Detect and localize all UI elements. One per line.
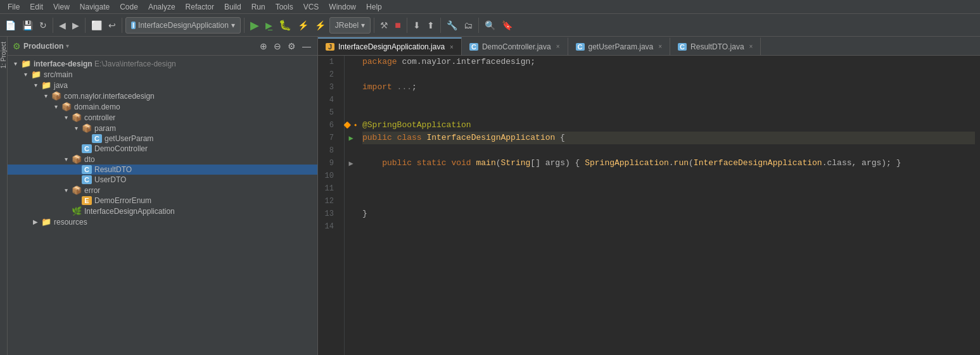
menu-tools[interactable]: Tools <box>270 1 298 13</box>
tree-node-UserDTO[interactable]: C UserDTO <box>8 175 317 185</box>
sync-btn[interactable]: ↻ <box>37 19 49 32</box>
menu-analyze[interactable]: Analyze <box>143 1 181 13</box>
tree-node-domain-demo[interactable]: ▾ 📦 domain.demo <box>8 101 317 112</box>
menu-window[interactable]: Window <box>324 1 361 13</box>
type-name: InterfaceDesignApplication <box>694 157 822 170</box>
tree-label: ResultDTO <box>94 165 132 174</box>
collapse-btn[interactable]: ⊖ <box>272 40 283 53</box>
toolbar: 📄 💾 ↻ ◀ ▶ ⬜ ↩ I InterfaceDesignApplicati… <box>0 14 980 37</box>
separator-8 <box>478 18 479 33</box>
tab-label: ResultDTO.java <box>690 42 744 51</box>
expand-arrow: ▾ <box>51 103 61 110</box>
view-mode-btn[interactable]: ⬜ <box>89 19 105 32</box>
tab-getUserParam[interactable]: C getUserParam.java × <box>568 37 671 55</box>
menu-help[interactable]: Help <box>361 1 387 13</box>
code-line-2 <box>362 68 975 81</box>
settings-btn[interactable]: 🔧 <box>444 19 460 32</box>
tree-node-src-main[interactable]: ▾ 📁 src/main <box>8 69 317 80</box>
gutter-9[interactable]: ▶ <box>345 157 357 170</box>
tree-node-error[interactable]: ▾ 📦 error <box>8 185 317 196</box>
tree-node-InterfaceDesignApp[interactable]: 🌿 InterfaceDesignApplication <box>8 206 317 216</box>
class-icon: C <box>91 134 103 143</box>
menu-edit[interactable]: Edit <box>25 1 48 13</box>
tree-node-interface-design[interactable]: ▾ 📁 interface-design E:\Java\interface-d… <box>8 58 317 69</box>
menu-view[interactable]: View <box>48 1 75 13</box>
tree-node-java[interactable]: ▾ 📁 java <box>8 80 317 90</box>
tab-close-btn[interactable]: × <box>450 44 454 51</box>
back-btn[interactable]: ◀ <box>56 19 68 32</box>
expand-arrow: ▾ <box>61 114 71 121</box>
menu-file[interactable]: File <box>3 1 25 13</box>
database-btn[interactable]: 🗂 <box>461 19 475 32</box>
tree-node-controller[interactable]: ▾ 📦 controller <box>8 112 317 123</box>
tab-close-btn[interactable]: × <box>749 43 753 50</box>
code-text: com.naylor.interfacedesign; <box>397 56 535 68</box>
annotation: @SpringBootApplication <box>362 119 471 132</box>
tree-node-getUserParam[interactable]: C getUserParam <box>8 134 317 144</box>
tree-node-DemoController[interactable]: C DemoController <box>8 144 317 154</box>
tab-label: InterfaceDesignApplication.java <box>338 42 445 51</box>
code-content[interactable]: package com.naylor.interfacedesign; impo… <box>357 56 980 355</box>
build3-btn[interactable]: ⬆ <box>424 19 437 32</box>
jrebel-debug-btn[interactable]: ⚡ <box>312 19 328 32</box>
tree-node-DemoErrorEnum[interactable]: E DemoErrorEnum <box>8 196 317 206</box>
minimize-panel-btn[interactable]: — <box>301 40 312 53</box>
run-btn[interactable]: ▶ <box>248 17 262 34</box>
package-icon: 📦 <box>71 185 82 195</box>
code-line-9: public static void main(String[] args) {… <box>362 157 975 170</box>
project-header: ⚙ Production ▾ ⊕ ⊖ ⚙ — <box>8 37 317 56</box>
menu-code[interactable]: Code <box>115 1 143 13</box>
gutter-14 <box>345 220 357 233</box>
tab-close-btn[interactable]: × <box>556 43 560 50</box>
tab-InterfaceDesignApplication[interactable]: J InterfaceDesignApplication.java × <box>318 37 462 55</box>
forward-btn[interactable]: ▶ <box>70 19 82 32</box>
folder-icon: 📁 <box>41 80 52 90</box>
tree-node-dto[interactable]: ▾ 📦 dto <box>8 154 317 165</box>
tab-label: DemoController.java <box>482 42 551 51</box>
line-num-2: 2 <box>318 68 339 81</box>
bookmark-btn[interactable]: 🔖 <box>499 19 515 32</box>
menu-run[interactable]: Run <box>246 1 270 13</box>
tab-ResultDTO[interactable]: C ResultDTO.java × <box>670 37 761 55</box>
project-header-actions: ⊕ ⊖ ⚙ — <box>258 40 312 53</box>
undo-btn[interactable]: ↩ <box>106 19 118 32</box>
add-btn[interactable]: ⊕ <box>258 40 269 53</box>
tree-label: getUserParam <box>105 134 153 143</box>
classname: InterfaceDesignApplication <box>426 132 555 144</box>
tree-node-ResultDTO[interactable]: C ResultDTO <box>8 165 317 175</box>
debug-btn[interactable]: 🐛 <box>276 18 294 32</box>
gutter-11 <box>345 182 357 195</box>
separator-6 <box>407 18 407 33</box>
tree-node-com-naylor[interactable]: ▾ 📦 com.naylor.interfacedesign <box>8 90 317 101</box>
build2-btn[interactable]: ⬇ <box>410 19 423 32</box>
class-file-icon: C <box>469 43 478 51</box>
new-file-btn[interactable]: 📄 <box>3 19 18 32</box>
coverage-btn[interactable]: ▶̲ <box>263 19 275 32</box>
menu-refactor[interactable]: Refactor <box>181 1 219 13</box>
tree-node-resources[interactable]: ▶ 📁 resources <box>8 216 317 227</box>
run-config-dropdown[interactable]: I InterfaceDesignApplication ▾ <box>125 17 241 34</box>
search-btn[interactable]: 🔍 <box>482 19 498 32</box>
fold-gutter-icon[interactable]: ▶ <box>348 159 353 168</box>
stop-btn[interactable]: ■ <box>392 18 404 32</box>
tree-node-param[interactable]: ▾ 📦 param <box>8 123 317 134</box>
menu-vcs[interactable]: VCS <box>298 1 324 13</box>
tab-close-btn[interactable]: × <box>658 43 662 50</box>
gutter-7[interactable]: ▶ <box>345 132 357 144</box>
project-tree: ▾ 📁 interface-design E:\Java\interface-d… <box>8 56 317 355</box>
jrebel-run-btn[interactable]: ⚡ <box>295 19 311 32</box>
menu-build[interactable]: Build <box>219 1 246 13</box>
tab-DemoController[interactable]: C DemoController.java × <box>462 37 568 55</box>
save-btn[interactable]: 💾 <box>20 19 35 32</box>
line-num-13: 13 <box>318 208 339 220</box>
tree-label: com.naylor.interfacedesign <box>64 92 155 101</box>
menu-navigate[interactable]: Navigate <box>75 1 115 13</box>
dropdown-arrow-icon: ▾ <box>231 21 235 30</box>
settings-panel-btn[interactable]: ⚙ <box>286 40 297 53</box>
package-icon: 📦 <box>61 102 72 111</box>
jrebel-dropdown[interactable]: JRebel ▾ <box>329 17 371 34</box>
method-name: main <box>476 157 496 170</box>
build-btn[interactable]: ⚒ <box>378 19 391 32</box>
project-tab-label[interactable]: 1: Project <box>0 42 7 68</box>
run-gutter-icon[interactable]: ▶ <box>348 134 353 143</box>
